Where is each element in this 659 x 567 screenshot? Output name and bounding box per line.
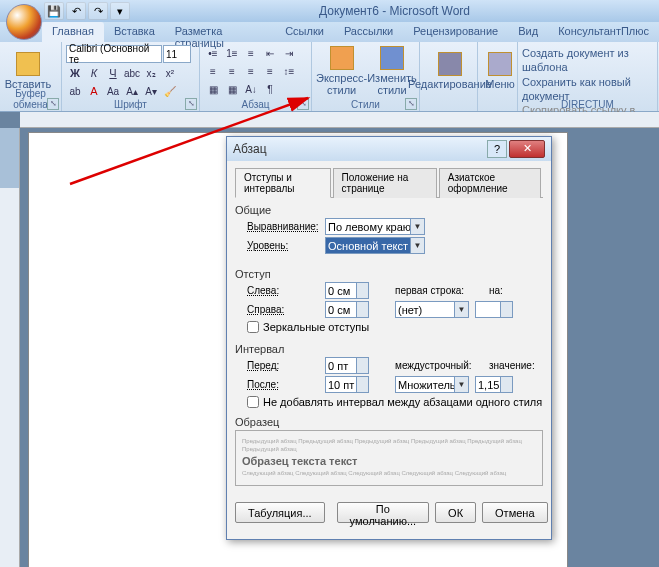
line-spacing-label: междустрочный: bbox=[395, 360, 483, 371]
dialog-title: Абзац bbox=[233, 142, 487, 156]
save-icon[interactable]: 💾 bbox=[44, 2, 64, 20]
mirror-label: Зеркальные отступы bbox=[263, 321, 369, 333]
quick-styles-button[interactable]: Экспресс-стили bbox=[316, 44, 367, 98]
grow-font-button[interactable]: A▴ bbox=[123, 83, 141, 99]
group-directum-label: DIRECTUM bbox=[518, 99, 657, 110]
qat-more-icon[interactable]: ▾ bbox=[110, 2, 130, 20]
align-right-button[interactable]: ≡ bbox=[242, 63, 260, 79]
paste-icon bbox=[16, 52, 40, 76]
level-select[interactable]: Основной текст▼ bbox=[325, 237, 425, 254]
ok-button[interactable]: ОК bbox=[435, 502, 476, 523]
dialog-help-button[interactable]: ? bbox=[487, 140, 507, 158]
indent-left-spin[interactable]: 0 см bbox=[325, 282, 369, 299]
nosame-label: Не добавлять интервал между абзацами одн… bbox=[263, 396, 542, 408]
cancel-button[interactable]: Отмена bbox=[482, 502, 547, 523]
clipboard-launcher[interactable]: ⤡ bbox=[47, 98, 59, 110]
tab-consultant[interactable]: КонсультантПлюс bbox=[548, 22, 659, 42]
indent-right-spin[interactable]: 0 см bbox=[325, 301, 369, 318]
group-clipboard: Вставить Буфер обмена ⤡ bbox=[0, 42, 62, 111]
font-color-button[interactable]: A bbox=[85, 83, 103, 99]
superscript-button[interactable]: x² bbox=[161, 65, 179, 81]
dialog-titlebar[interactable]: Абзац ? ✕ bbox=[227, 137, 551, 161]
tab-layout[interactable]: Разметка страницы bbox=[165, 22, 275, 42]
tab-review[interactable]: Рецензирование bbox=[403, 22, 508, 42]
ruler-horizontal[interactable] bbox=[20, 112, 659, 128]
tab-indents[interactable]: Отступы и интервалы bbox=[235, 168, 331, 198]
group-styles: Экспресс-стили Изменить стили Стили ⤡ bbox=[312, 42, 420, 111]
menu-button[interactable]: Меню bbox=[482, 44, 518, 98]
font-family-combo[interactable]: Calibri (Основной те bbox=[66, 45, 162, 63]
font-launcher[interactable]: ⤡ bbox=[185, 98, 197, 110]
tab-position[interactable]: Положение на странице bbox=[333, 168, 437, 198]
numbering-button[interactable]: 1≡ bbox=[223, 45, 241, 61]
group-font: Calibri (Основной те 11 Ж К Ч abc x₂ x² … bbox=[62, 42, 200, 111]
indent-dec-button[interactable]: ⇤ bbox=[261, 45, 279, 61]
directum-create[interactable]: Создать документ из шаблона bbox=[522, 46, 653, 75]
paragraph-launcher[interactable]: ⤡ bbox=[297, 98, 309, 110]
group-menu: Меню bbox=[478, 42, 518, 111]
first-line-select[interactable]: (нет)▼ bbox=[395, 301, 469, 318]
align-left-button[interactable]: ≡ bbox=[204, 63, 222, 79]
strike-button[interactable]: abc bbox=[123, 65, 141, 81]
bullets-button[interactable]: •≡ bbox=[204, 45, 222, 61]
subscript-button[interactable]: x₂ bbox=[142, 65, 160, 81]
mirror-checkbox[interactable] bbox=[247, 321, 259, 333]
group-paragraph-label: Абзац bbox=[200, 99, 311, 110]
sort-button[interactable]: A↓ bbox=[242, 81, 260, 97]
group-styles-label: Стили bbox=[312, 99, 419, 110]
by-label: на: bbox=[489, 285, 513, 296]
bold-button[interactable]: Ж bbox=[66, 65, 84, 81]
window-title: Документ6 - Microsoft Word bbox=[130, 4, 659, 18]
section-indent: Отступ bbox=[235, 268, 543, 280]
line-spacing-button[interactable]: ↕≡ bbox=[280, 63, 298, 79]
underline-button[interactable]: Ч bbox=[104, 65, 122, 81]
paragraph-dialog: Абзац ? ✕ Отступы и интервалы Положение … bbox=[226, 136, 552, 540]
redo-icon[interactable]: ↷ bbox=[88, 2, 108, 20]
line-spacing-select[interactable]: Множитель▼ bbox=[395, 376, 469, 393]
italic-button[interactable]: К bbox=[85, 65, 103, 81]
editing-button[interactable]: Редактирование bbox=[424, 44, 476, 98]
borders-button[interactable]: ▦ bbox=[223, 81, 241, 97]
office-button[interactable] bbox=[6, 4, 42, 40]
after-spin[interactable]: 10 пт bbox=[325, 376, 369, 393]
tab-asian[interactable]: Азиатское оформление bbox=[439, 168, 541, 198]
clear-format-button[interactable]: 🧹 bbox=[161, 83, 179, 99]
at-spin[interactable]: 1,15 bbox=[475, 376, 513, 393]
dialog-close-button[interactable]: ✕ bbox=[509, 140, 545, 158]
tab-mailings[interactable]: Рассылки bbox=[334, 22, 403, 42]
ruler-vertical[interactable] bbox=[0, 128, 20, 567]
tab-view[interactable]: Вид bbox=[508, 22, 548, 42]
multilevel-button[interactable]: ≡ bbox=[242, 45, 260, 61]
first-line-by-spin[interactable] bbox=[475, 301, 513, 318]
nosame-checkbox[interactable] bbox=[247, 396, 259, 408]
default-button[interactable]: По умолчанию... bbox=[337, 502, 429, 523]
tab-references[interactable]: Ссылки bbox=[275, 22, 334, 42]
font-size-combo[interactable]: 11 bbox=[163, 45, 191, 63]
styles-launcher[interactable]: ⤡ bbox=[405, 98, 417, 110]
shrink-font-button[interactable]: A▾ bbox=[142, 83, 160, 99]
group-directum: Создать документ из шаблона Сохранить ка… bbox=[518, 42, 658, 111]
preview-box: Предыдущий абзац Предыдущий абзац Предыд… bbox=[235, 430, 543, 486]
highlight-button[interactable]: ab bbox=[66, 83, 84, 99]
show-marks-button[interactable]: ¶ bbox=[261, 81, 279, 97]
group-paragraph: •≡ 1≡ ≡ ⇤ ⇥ ≡ ≡ ≡ ≡ ↕≡ ▦ ▦ A↓ ¶ Абзац ⤡ bbox=[200, 42, 312, 111]
undo-icon[interactable]: ↶ bbox=[66, 2, 86, 20]
mirror-indents-check[interactable]: Зеркальные отступы bbox=[247, 321, 543, 333]
menu-label: Меню bbox=[485, 78, 515, 90]
tabs-button[interactable]: Табуляция... bbox=[235, 502, 325, 523]
indent-inc-button[interactable]: ⇥ bbox=[280, 45, 298, 61]
align-center-button[interactable]: ≡ bbox=[223, 63, 241, 79]
shading-button[interactable]: ▦ bbox=[204, 81, 222, 97]
align-select[interactable]: По левому краю▼ bbox=[325, 218, 425, 235]
nosame-check[interactable]: Не добавлять интервал между абзацами одн… bbox=[247, 396, 543, 408]
justify-button[interactable]: ≡ bbox=[261, 63, 279, 79]
ribbon: Вставить Буфер обмена ⤡ Calibri (Основно… bbox=[0, 42, 659, 112]
tab-insert[interactable]: Вставка bbox=[104, 22, 165, 42]
change-case-button[interactable]: Aa bbox=[104, 83, 122, 99]
first-line-label: первая строка: bbox=[395, 285, 483, 296]
group-font-label: Шрифт bbox=[62, 99, 199, 110]
ribbon-tabs: Главная Вставка Разметка страницы Ссылки… bbox=[0, 22, 659, 42]
tab-home[interactable]: Главная bbox=[42, 22, 104, 42]
before-spin[interactable]: 0 пт bbox=[325, 357, 369, 374]
title-bar: 💾 ↶ ↷ ▾ Документ6 - Microsoft Word bbox=[0, 0, 659, 22]
